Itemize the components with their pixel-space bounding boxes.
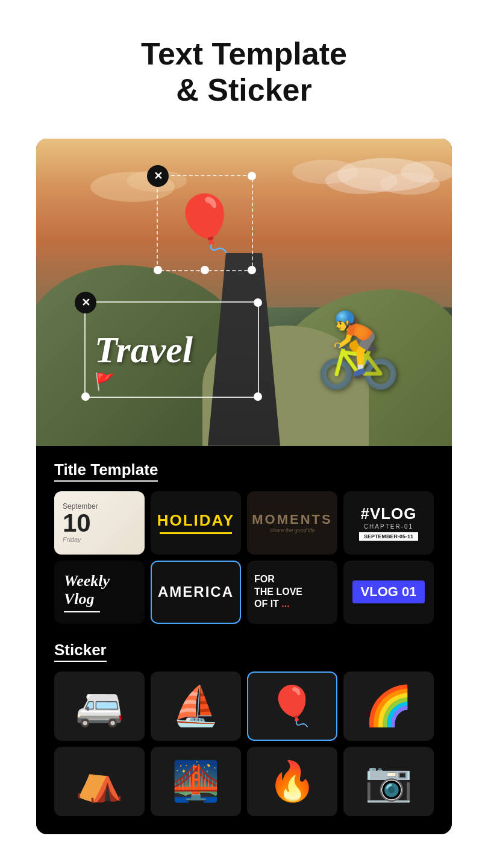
template-date[interactable]: September 10 Friday (54, 491, 145, 555)
preview-container: 🚴 ✕ 🎈 ✕ Travel 🚩 Title Template (36, 139, 452, 834)
sticker-boat[interactable]: ⛵ (151, 671, 241, 741)
template-day-label: Friday (63, 536, 81, 543)
balloon-sticker-emoji: 🎈 (268, 684, 316, 729)
template-day: 10 (63, 511, 91, 536)
holiday-underline (160, 532, 232, 534)
camper-emoji: 🚐 (75, 684, 124, 729)
travel-text-sticker[interactable]: ✕ Travel 🚩 (84, 301, 259, 398)
bridge-emoji: 🌉 (172, 759, 220, 804)
template-america[interactable]: AMERICA (151, 561, 241, 624)
template-vlog-date: SEPTEMBER-05-11 (359, 532, 418, 541)
boat-emoji: ⛵ (172, 684, 220, 729)
template-weekly-text: Weekly Vlog (64, 572, 135, 608)
handle-bottom-right[interactable] (248, 266, 256, 274)
travel-handle-br[interactable] (254, 392, 262, 401)
stickers-grid: 🚐 ⛵ 🎈 🌈 ⛺ 🌉 🔥 📷 (54, 671, 434, 816)
template-weekly-vlog[interactable]: Weekly Vlog (54, 561, 145, 624)
close-balloon-button[interactable]: ✕ (147, 165, 169, 187)
template-holiday-text: HOLIDAY (157, 511, 235, 530)
weekly-underline (64, 611, 100, 612)
close-travel-button[interactable]: ✕ (75, 292, 96, 313)
svg-point-3 (292, 160, 358, 184)
love-dots: ... (281, 599, 289, 609)
title-template-label: Title Template (54, 461, 434, 482)
template-moments-text: MOMENTS (252, 512, 332, 527)
template-vlog01-text: VLOG 01 (352, 580, 425, 603)
preview-image: 🚴 ✕ 🎈 ✕ Travel 🚩 (36, 139, 452, 446)
template-vlog01[interactable]: VLOG 01 (343, 561, 434, 624)
sticker-camera[interactable]: 📷 (343, 747, 434, 816)
template-america-text: AMERICA (158, 583, 234, 600)
camera-emoji: 📷 (364, 759, 413, 804)
template-vlog-text: #VLOG (360, 505, 416, 523)
sticker-rainbow[interactable]: 🌈 (343, 671, 434, 741)
handle-top-right[interactable] (248, 172, 256, 180)
bottom-section: Title Template September 10 Friday HOLID… (36, 444, 452, 834)
handle-bottom-mid[interactable] (201, 266, 209, 274)
tent-emoji: ⛺ (75, 759, 124, 804)
travel-handle-bl[interactable] (81, 392, 90, 401)
templates-grid: September 10 Friday HOLIDAY MOMENTS Shar… (54, 491, 434, 624)
template-chapter-text: CHAPTER-01 (364, 523, 413, 530)
balloon-sticker-selected[interactable]: ✕ 🎈 (157, 175, 253, 271)
header: Text Template & Sticker (0, 0, 488, 127)
page-title: Text Template & Sticker (24, 36, 464, 108)
cyclist-emoji: 🚴 (313, 313, 404, 386)
sticker-tent[interactable]: ⛺ (54, 747, 145, 816)
sticker-balloon[interactable]: 🎈 (247, 671, 337, 741)
travel-flag-emoji: 🚩 (95, 372, 116, 392)
travel-handle-tr[interactable] (254, 298, 262, 307)
sticker-bridge[interactable]: 🌉 (151, 747, 241, 816)
sticker-fire[interactable]: 🔥 (247, 747, 337, 816)
sticker-camper[interactable]: 🚐 (54, 671, 145, 741)
template-holiday[interactable]: HOLIDAY (151, 491, 241, 555)
handle-bottom-left[interactable] (154, 266, 162, 274)
balloon-emoji: 🎈 (171, 196, 239, 250)
template-love-text: FORTHE LOVEOF IT ... (254, 573, 302, 611)
sticker-section-label: Sticker (54, 641, 434, 662)
template-moments[interactable]: MOMENTS Share the good life (247, 491, 337, 555)
travel-text-content: Travel (95, 331, 193, 368)
fire-emoji: 🔥 (268, 759, 316, 804)
template-moments-tagline: Share the good life (269, 527, 315, 533)
template-vlog[interactable]: #VLOG CHAPTER-01 SEPTEMBER-05-11 (343, 491, 434, 555)
template-love[interactable]: FORTHE LOVEOF IT ... (247, 561, 337, 624)
rainbow-emoji: 🌈 (364, 684, 413, 729)
